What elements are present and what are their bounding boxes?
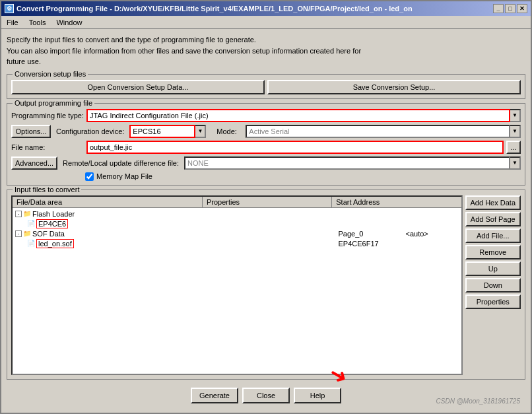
add-sof-page-button[interactable]: Add Sof Page bbox=[465, 212, 521, 226]
side-buttons: Add Hex Data Add Sof Page Add File... Re… bbox=[465, 195, 521, 376]
window-title: Convert Programming File - D:/work/XYUE/… bbox=[17, 5, 413, 13]
mode-dropdown-arrow[interactable]: ▼ bbox=[510, 125, 521, 138]
menu-window[interactable]: Window bbox=[53, 18, 84, 27]
memory-map-row: Memory Map File bbox=[85, 172, 521, 181]
down-button[interactable]: Down bbox=[465, 278, 521, 293]
maximize-button[interactable]: □ bbox=[505, 4, 515, 13]
input-files-content: File/Data area Properties Start Address … bbox=[11, 195, 521, 376]
memory-map-checkbox[interactable] bbox=[85, 172, 94, 181]
main-content: Specify the input files to convert and t… bbox=[1, 29, 531, 413]
conversion-setup-group: Conversion setup files Open Conversion S… bbox=[7, 74, 525, 99]
output-group: Output programming file Programming file… bbox=[7, 103, 525, 186]
folder-icon-sof: 📁 bbox=[23, 230, 31, 237]
folder-icon: 📁 bbox=[23, 210, 31, 217]
add-hex-data-button[interactable]: Add Hex Data bbox=[465, 195, 521, 210]
sof-data-label: SOF Data bbox=[32, 230, 65, 238]
menu-file[interactable]: File bbox=[4, 18, 21, 27]
menu-bar: File Tools Window bbox=[1, 16, 531, 29]
col-props-header: Properties bbox=[203, 197, 332, 207]
minimize-button[interactable]: _ bbox=[493, 4, 504, 13]
description: Specify the input files to convert and t… bbox=[7, 34, 525, 67]
col-file-header: File/Data area bbox=[13, 197, 203, 207]
config-device-dropdown-arrow[interactable]: ▼ bbox=[195, 125, 206, 138]
list-item[interactable]: - 📁 Flash Loader bbox=[14, 209, 460, 219]
file-name-input[interactable] bbox=[86, 141, 504, 154]
remote-local-label: Remote/Local update difference file: bbox=[63, 159, 179, 167]
config-device-row: Options... Configuration device: ▼ Mode:… bbox=[11, 125, 521, 138]
memory-map-label: Memory Map File bbox=[96, 172, 152, 180]
title-bar-controls: _ □ ✕ bbox=[493, 4, 527, 13]
list-item[interactable]: - 📁 SOF Data Page_0 <auto> bbox=[14, 229, 460, 238]
menu-tools[interactable]: Tools bbox=[26, 18, 49, 27]
desc-line1: Specify the input files to convert and t… bbox=[7, 34, 525, 46]
mode-input[interactable] bbox=[246, 125, 510, 138]
save-conversion-button[interactable]: Save Conversion Setup... bbox=[267, 80, 521, 94]
conversion-setup-title: Conversion setup files bbox=[13, 70, 88, 78]
table-header: File/Data area Properties Start Address bbox=[13, 197, 461, 208]
add-file-button[interactable]: Add File... bbox=[465, 228, 521, 243]
remote-local-dropdown-arrow[interactable]: ▼ bbox=[510, 156, 521, 170]
desc-line2: You can also import file information fro… bbox=[7, 46, 525, 57]
remote-local-input[interactable] bbox=[184, 156, 510, 170]
watermark: CSDN @Moon_3181961725 bbox=[436, 397, 520, 405]
list-item[interactable]: 📄 EP4CE6 bbox=[14, 219, 460, 229]
list-item[interactable]: 📄 led_on.sof EP4CE6F17 bbox=[14, 238, 460, 249]
programming-file-type-row: Programming file type: ▼ bbox=[11, 109, 521, 122]
programming-file-dropdown-arrow[interactable]: ▼ bbox=[510, 109, 521, 122]
programming-file-input[interactable] bbox=[86, 109, 510, 122]
programming-file-label: Programming file type: bbox=[11, 112, 84, 120]
led-on-sof-label: led_on.sof bbox=[36, 239, 74, 248]
file-table: File/Data area Properties Start Address … bbox=[11, 195, 463, 376]
sof-file-icon: 📄 bbox=[27, 240, 35, 247]
close-button[interactable]: ✕ bbox=[517, 4, 527, 13]
open-conversion-button[interactable]: Open Conversion Setup Data... bbox=[11, 80, 265, 94]
options-button[interactable]: Options... bbox=[11, 125, 51, 138]
ep4ce6-label: EP4CE6 bbox=[36, 219, 68, 228]
bottom-bar: ➜ Generate Close Help CSDN @Moon_3181961… bbox=[7, 384, 525, 407]
table-body: - 📁 Flash Loader 📄 EP4CE6 - 📁 SOF bbox=[13, 208, 461, 374]
help-button[interactable]: Help bbox=[294, 388, 341, 403]
flash-loader-label: Flash Loader bbox=[32, 210, 75, 218]
file-name-row: File name: ... bbox=[11, 141, 521, 154]
expand-sof-data[interactable]: - bbox=[15, 230, 22, 237]
col-addr-header: Start Address bbox=[332, 197, 461, 207]
output-group-title: Output programming file bbox=[13, 99, 94, 107]
browse-button[interactable]: ... bbox=[506, 141, 521, 154]
remove-button[interactable]: Remove bbox=[465, 245, 521, 259]
input-files-group: Input files to convert File/Data area Pr… bbox=[7, 190, 525, 380]
generate-button[interactable]: Generate bbox=[191, 388, 238, 403]
up-button[interactable]: Up bbox=[465, 261, 521, 276]
desc-line3: future use. bbox=[7, 56, 525, 67]
config-device-label: Configuration device: bbox=[56, 127, 124, 135]
sof-child-props: EP4CE6F17 bbox=[339, 240, 405, 248]
input-files-title: Input files to convert bbox=[13, 186, 81, 193]
expand-flash-loader[interactable]: - bbox=[15, 211, 22, 217]
sof-addr: <auto> bbox=[406, 230, 459, 238]
config-device-input[interactable] bbox=[129, 125, 195, 138]
file-name-label: File name: bbox=[11, 143, 84, 151]
main-window: ⚙ Convert Programming File - D:/work/XYU… bbox=[0, 0, 532, 414]
title-bar: ⚙ Convert Programming File - D:/work/XYU… bbox=[1, 1, 531, 16]
advanced-row: Advanced... Remote/Local update differen… bbox=[11, 156, 521, 170]
title-bar-left: ⚙ Convert Programming File - D:/work/XYU… bbox=[5, 4, 413, 13]
mode-label: Mode: bbox=[216, 127, 243, 135]
chip-icon: 📄 bbox=[27, 220, 35, 227]
app-icon: ⚙ bbox=[5, 4, 14, 13]
conversion-buttons-row: Open Conversion Setup Data... Save Conve… bbox=[11, 80, 521, 94]
close-button-main[interactable]: Close bbox=[242, 388, 290, 403]
properties-button[interactable]: Properties bbox=[465, 294, 521, 309]
advanced-button[interactable]: Advanced... bbox=[11, 156, 57, 170]
sof-props: Page_0 bbox=[339, 230, 405, 238]
